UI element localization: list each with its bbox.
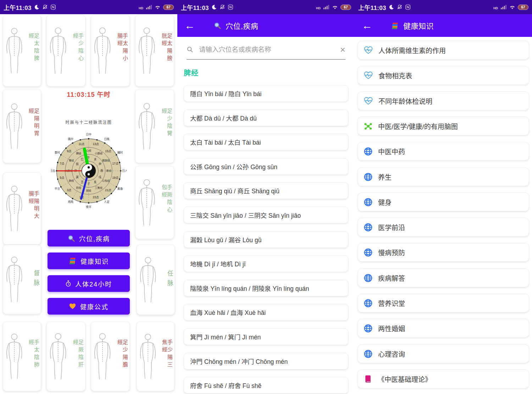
clear-icon[interactable]: × bbox=[340, 45, 345, 54]
meridian-card-1[interactable]: 足太陰脾經 bbox=[3, 15, 41, 87]
status-bar: 上午11:03 HD 67 bbox=[355, 0, 532, 14]
meridian-card-7[interactable]: 手陽明大腸經 bbox=[3, 172, 41, 245]
meridian-card-3[interactable]: 手太陽小腸經 bbox=[91, 15, 130, 87]
knowledge-item-9[interactable]: 慢病预防 bbox=[358, 243, 529, 262]
meridian-label: 手厥陰心包經 bbox=[161, 184, 172, 221]
heart-pulse-icon bbox=[364, 46, 373, 55]
back-button[interactable]: ← bbox=[362, 20, 372, 31]
globe-icon bbox=[364, 324, 373, 333]
search-emoji-icon bbox=[67, 234, 75, 242]
wifi-icon bbox=[155, 5, 161, 10]
knowledge-item-2[interactable]: 食物相克表 bbox=[358, 66, 529, 85]
home-button-1[interactable]: 穴位,疾病 bbox=[48, 230, 130, 246]
screen-health-knowledge: 上午11:03 HD 67 ← 健康知识 人体所需维生素的作用食物相克表不同年龄… bbox=[355, 0, 532, 394]
app-bar: ← 穴位,疾病 bbox=[177, 14, 355, 37]
knowledge-label: 《中医基础理论》 bbox=[378, 374, 432, 384]
meridian-card-8[interactable]: 手厥陰心包經 bbox=[135, 166, 174, 239]
knowledge-item-4[interactable]: 中医/医学/健康/的有用脑图 bbox=[358, 117, 529, 135]
svg-text:日出: 日出 bbox=[51, 169, 55, 172]
svg-text:日中: 日中 bbox=[86, 133, 92, 136]
svg-text:丑: 丑 bbox=[81, 181, 84, 184]
hd-badge: HD bbox=[316, 6, 321, 10]
meridian-card-14[interactable]: 手少陽三焦經 bbox=[137, 322, 174, 391]
page-title: 穴位,疾病 bbox=[226, 20, 258, 31]
knowledge-item-11[interactable]: 营养识堂 bbox=[358, 294, 529, 312]
svg-text:胃经: 胃经 bbox=[69, 159, 74, 162]
acupoint-item-8[interactable]: 地機 Dì jī / 地机 Dì jī bbox=[184, 255, 348, 272]
knowledge-item-8[interactable]: 医学前沿 bbox=[358, 218, 529, 237]
knowledge-item-6[interactable]: 养生 bbox=[358, 167, 529, 186]
meridian-label: 手太陰肺經 bbox=[28, 339, 39, 374]
acupoint-item-5[interactable]: 商丘 Shāng qiū / 商丘 Shāng qiū bbox=[184, 182, 348, 199]
svg-text:13点: 13点 bbox=[93, 143, 99, 146]
knowledge-item-12[interactable]: 两性婚姻 bbox=[358, 319, 529, 338]
meridian-card-5[interactable]: 足陽明胃經 bbox=[3, 89, 41, 163]
time-display: 11:03:15 午时 bbox=[0, 89, 177, 99]
svg-text:巳: 巳 bbox=[81, 158, 84, 161]
meridian-card-6[interactable]: 足少陰腎經 bbox=[135, 89, 174, 163]
meridian-label: 足陽明胃經 bbox=[28, 108, 39, 145]
knowledge-item-3[interactable]: 不同年龄体检说明 bbox=[358, 91, 529, 110]
meridian-card-13[interactable]: 足少陽膽經 bbox=[91, 322, 130, 391]
knowledge-item-14[interactable]: 《中医基础理论》 bbox=[358, 370, 529, 388]
meridian-card-9[interactable]: 督脉 bbox=[3, 245, 41, 314]
meridian-label: 手少陰心經 bbox=[73, 33, 83, 68]
acupoint-item-3[interactable]: 太白 Tài bái / 太白 Tài bái bbox=[184, 134, 348, 150]
bell-muted-icon bbox=[220, 4, 225, 10]
knowledge-item-5[interactable]: 中医中药 bbox=[358, 142, 529, 161]
svg-text:隅中: 隅中 bbox=[68, 137, 73, 141]
acupoint-item-1[interactable]: 隱白 Yǐn bái / 隐白 Yǐn bái bbox=[184, 85, 348, 102]
knowledge-item-1[interactable]: 人体所需维生素的作用 bbox=[358, 41, 529, 60]
meridian-label: 手少陽三焦經 bbox=[162, 339, 172, 374]
button-label: 健康公式 bbox=[80, 302, 109, 311]
knowledge-label: 营养识堂 bbox=[378, 298, 405, 308]
bell-muted-icon bbox=[397, 4, 403, 10]
svg-text:脾经: 脾经 bbox=[76, 152, 82, 155]
bell-muted-icon bbox=[42, 4, 48, 10]
meridian-label: 足少陰腎經 bbox=[161, 108, 172, 145]
meridian-label: 足太陰脾經 bbox=[28, 33, 39, 68]
knowledge-label: 中医/医学/健康/的有用脑图 bbox=[378, 121, 458, 131]
home-button-2[interactable]: 健康知识 bbox=[48, 253, 130, 269]
svg-text:申: 申 bbox=[99, 162, 101, 166]
home-button-3[interactable]: 人体24小时 bbox=[48, 275, 130, 292]
nfc-icon bbox=[50, 4, 56, 10]
meridian-card-11[interactable]: 手太陰肺經 bbox=[3, 322, 41, 391]
knowledge-item-10[interactable]: 疾病解答 bbox=[358, 268, 529, 287]
heart-pulse-icon bbox=[364, 71, 373, 80]
globe-icon bbox=[364, 147, 373, 156]
acupoint-item-12[interactable]: 沖門 Chōng mén / 冲门 Chōng mén bbox=[184, 353, 348, 370]
svg-text:酉: 酉 bbox=[100, 169, 103, 172]
meridian-card-10[interactable]: 任脉 bbox=[137, 245, 175, 315]
meridian-card-4[interactable]: 足太陽膀胱經 bbox=[135, 15, 174, 87]
wifi-icon bbox=[332, 5, 338, 10]
svg-text:子: 子 bbox=[87, 182, 90, 185]
button-label: 人体24小时 bbox=[75, 279, 112, 288]
button-label: 穴位,疾病 bbox=[79, 234, 110, 243]
home-button-4[interactable]: 健康公式 bbox=[48, 298, 130, 315]
acupoint-item-11[interactable]: 箕門 Jì mén / 箕门 Jì mén bbox=[184, 328, 348, 345]
acupoint-item-6[interactable]: 三陰交 Sān yīn jiāo / 三阴交 Sān yīn jiāo bbox=[184, 207, 348, 223]
acupoint-item-10[interactable]: 血海 Xuè hǎi / 血海 Xuè hǎi bbox=[184, 304, 348, 321]
globe-icon bbox=[364, 198, 373, 207]
moon-icon bbox=[389, 4, 394, 10]
knowledge-item-13[interactable]: 心理咨询 bbox=[358, 344, 529, 363]
acupoint-item-9[interactable]: 陰陵泉 Yīn líng quán / 阴陵泉 Yīn líng quán bbox=[184, 280, 348, 296]
back-button[interactable]: ← bbox=[184, 20, 195, 31]
svg-text:食时: 食时 bbox=[55, 151, 60, 154]
battery-icon: 67 bbox=[518, 5, 528, 10]
acupoint-item-7[interactable]: 漏穀 Lòu gǔ / 漏谷 Lòu gǔ bbox=[184, 231, 348, 248]
search-input[interactable] bbox=[198, 45, 335, 54]
acupoint-item-4[interactable]: 公孫 Gōng sūn / 公孙 Gōng sūn bbox=[184, 158, 348, 175]
meridian-label: 手太陽小腸經 bbox=[117, 33, 128, 68]
acupoint-item-13[interactable]: 府舍 Fù shě / 府舍 Fù shě bbox=[184, 377, 348, 394]
meridian-label: 足太陽膀胱經 bbox=[161, 33, 172, 68]
svg-text:日入: 日入 bbox=[122, 169, 127, 172]
status-time: 上午11:03 bbox=[4, 3, 32, 12]
acupoint-item-2[interactable]: 大都 Dà dū / 大都 Dà dū bbox=[184, 110, 348, 126]
search-icon bbox=[187, 46, 193, 53]
meridian-card-2[interactable]: 手少陰心經 bbox=[46, 15, 85, 87]
signal-icon bbox=[323, 5, 329, 10]
meridian-card-12[interactable]: 足厥陰肝經 bbox=[46, 322, 85, 391]
knowledge-item-7[interactable]: 健身 bbox=[358, 193, 529, 211]
